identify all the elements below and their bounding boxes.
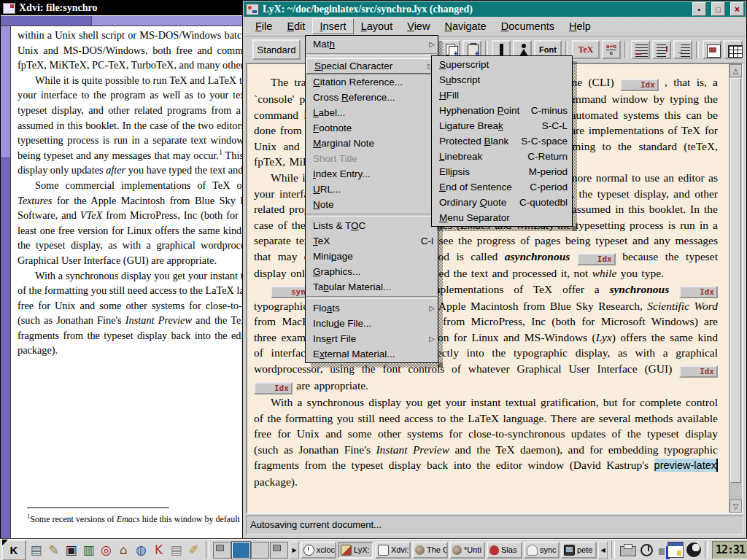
desktop-icon[interactable]: ✎ [45,542,62,559]
menu-item-include-file[interactable]: Include File... [306,316,438,331]
menubar-item-help[interactable]: Help [562,18,598,34]
menubar-item-view[interactable]: View [400,18,437,34]
taskbar-task-lyx[interactable]: LyX: [338,542,374,559]
submenu-item-linebreak[interactable]: LinebreakC-Return [432,149,572,164]
submenu-item-ordinary-quote[interactable]: Ordinary QuoteC-quotedbl [432,195,572,210]
kde-app-icon[interactable]: K [150,542,167,559]
panel-clock[interactable]: 12:31 [712,541,747,559]
menu-item-marginal-note[interactable]: Marginal Note [306,136,438,151]
task-list: xclocLyX:Xdvi:The G*UntiSlassyncpete [301,542,597,559]
tex-mode-icon[interactable]: TeX [572,40,600,59]
submenu-item-hyphenation-point[interactable]: Hyphenation PointC-minus [432,103,572,118]
taskbar-task-theg[interactable]: The G [412,542,448,559]
menu-item-lists-toc[interactable]: Lists & TOC [306,218,438,233]
lyx-titlebar[interactable]: LyX: ~/doc/beginlatex/src/synchro.lyx (c… [244,1,746,17]
menu-item-url[interactable]: URL... [306,182,438,197]
table-icon[interactable] [724,40,743,59]
menu-item-math[interactable]: Math▷ [306,36,438,52]
plug-tray-icon[interactable] [659,548,665,555]
menubar-item-insert[interactable]: Insert [312,18,353,34]
taskbar-task-sync[interactable]: sync [524,542,560,559]
menu-item-external-material[interactable]: External Material... [306,346,438,362]
pager-desktop-3[interactable] [251,542,269,559]
scrollbar-thumb[interactable] [730,78,741,483]
margin-note-icon[interactable] [652,40,671,59]
pager-expand-arrow[interactable]: ▶ [290,541,299,559]
taskbar-task-xcloc[interactable]: xcloc [301,542,336,559]
documents-icon[interactable]: ▤ [168,542,185,559]
inset-button-idx[interactable]: Idx [577,253,616,265]
konqueror-icon[interactable]: ◍ [133,542,150,559]
ghost-icon [527,545,538,556]
task-scroll-left-arrow[interactable]: ◀ [598,541,608,559]
home-icon[interactable]: ⌂ [115,542,132,559]
taskbar-task-slas[interactable]: Slas [487,542,522,559]
inset-button-idx[interactable]: Idx [254,382,293,394]
inset-button-idx[interactable]: Idx [679,365,718,378]
menu-item-special-character[interactable]: Special Character▷ [306,58,438,74]
submenu-item-menu-separator[interactable]: Menu Separator [432,210,572,225]
k-menu-button[interactable]: K [1,540,26,560]
submenu-item-protected-blank[interactable]: Protected BlankS-C-space [432,133,572,149]
menubar-item-documents[interactable]: Documents [494,18,562,34]
menu-item-graphics[interactable]: Graphics... [306,264,438,279]
desktop-pager[interactable] [213,542,288,559]
menu-item-insert-file[interactable]: Insert File▷ [306,331,438,346]
menu-item-tabular-material[interactable]: Tabular Material... [306,279,438,295]
xdvi-vscroll-thumb[interactable] [1,26,10,158]
submenu-item-ellipsis[interactable]: EllipsisM-period [432,164,572,179]
depth-icon[interactable]: → [673,40,692,59]
selected-text[interactable]: preview-latex [654,459,718,472]
menu-item-note[interactable]: Note [306,197,438,212]
menubar-item-layout[interactable]: Layout [354,18,400,34]
layout-combo[interactable]: Standard [252,39,301,60]
inset-button-idx[interactable]: Idx [679,286,718,298]
terminal-icon[interactable]: ▥ [80,542,97,559]
minimize-button[interactable]: ▪ [692,2,706,16]
menu-item-footnote[interactable]: Footnote [306,120,438,136]
close-button[interactable]: × [730,2,744,16]
submenu-item-subscript[interactable]: Subscript [432,72,572,88]
maximize-button[interactable]: □ [711,2,725,16]
submenu-item-end-of-sentence[interactable]: End of SentenceC-period [432,179,572,195]
menu-shadow [437,226,577,231]
display-icon[interactable]: ▣ [63,542,80,559]
taskbar-task-pete[interactable]: pete [561,542,597,559]
menu-item-label[interactable]: Label... [306,105,438,120]
menubar-item-navigate[interactable]: Navigate [437,18,493,34]
submenu-item-hfill[interactable]: HFill [432,88,572,103]
submenu-item-superscript[interactable]: Superscript [432,57,572,72]
printer-tray-icon[interactable] [620,546,636,556]
footnote-icon[interactable] [631,40,650,59]
pager-desktop-1[interactable] [213,542,231,559]
taskbar-task-unti[interactable]: *Unti [449,542,485,559]
pager-desktop-4[interactable] [270,542,288,559]
scroll-up-arrow[interactable]: △ [729,64,742,77]
power-tray-icon[interactable] [640,544,653,556]
menu-item-index-entry[interactable]: Index Entry... [306,166,438,182]
toolbar-separator [696,41,699,58]
special-character-submenu: SuperscriptSubscriptHFillHyphenation Poi… [431,55,573,227]
pager-desktop-2[interactable] [232,542,250,559]
math-mode-icon[interactable]: a+bc [602,40,621,59]
taskbar-task-xdvi[interactable]: Xdvi: [375,542,411,559]
help-icon[interactable]: ◎ [98,542,115,559]
xdvi-vertical-scrollbar[interactable] [1,26,11,538]
submenu-item-ligature-break[interactable]: Ligature BreakS-C-L [432,118,572,133]
scroll-down-arrow[interactable]: ▽ [729,499,742,513]
menu-item-cross-reference[interactable]: Cross Reference... [306,90,438,105]
menu-item-minipage[interactable]: Minipage [306,249,438,264]
moon-tray-icon[interactable] [686,542,701,557]
editor-pen-icon[interactable]: ✐ [185,542,202,559]
figure-icon[interactable] [703,40,721,59]
menu-item-citation-reference[interactable]: Citation Reference... [306,74,438,90]
menu-item-short-title[interactable]: Short Title [306,151,438,166]
calendar-tray-icon[interactable] [667,542,684,558]
inset-button-idx[interactable]: Idx [620,79,659,91]
menu-item-tex[interactable]: TeXC-l [306,233,438,249]
menubar-item-file[interactable]: File [248,18,279,34]
window-list-icon[interactable]: ▤ [28,542,44,559]
document-scrollbar[interactable]: △ ▽ [729,64,742,513]
menubar-item-edit[interactable]: Edit [279,18,312,34]
menu-item-floats[interactable]: Floats▷ [306,300,438,316]
